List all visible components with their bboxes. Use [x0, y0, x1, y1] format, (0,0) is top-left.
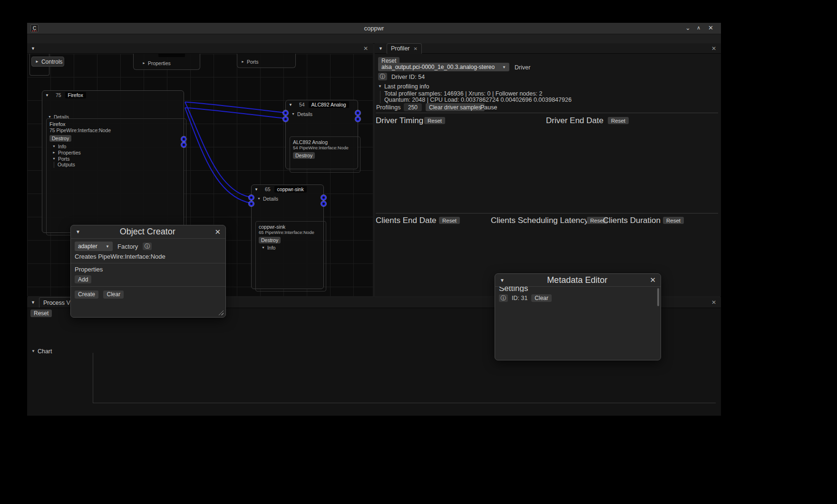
driver-select[interactable]: alsa_output.pci-0000_1e_00.3.analog-ster…	[378, 63, 509, 71]
fragment-properties-label[interactable]: Properties	[148, 60, 171, 66]
clients-end-date-reset-button[interactable]: Reset	[439, 217, 460, 224]
collapse-icon[interactable]: ▼	[45, 93, 49, 97]
metadata-clear-all-button[interactable]: Clear	[531, 294, 552, 302]
node-coppwr-sink-header[interactable]: ▼ 65 coppwr-sink	[252, 185, 323, 194]
driver-id-label: Driver ID: 54	[391, 74, 425, 80]
collapse-icon[interactable]: ▼	[48, 115, 51, 118]
destroy-button[interactable]: Destroy	[293, 152, 315, 159]
tab-label: Profiler	[391, 45, 410, 52]
driver-timing-chart[interactable]	[402, 127, 542, 204]
object-creator-titlebar[interactable]: ▼ Object Creator ✕	[71, 225, 225, 239]
driver-timing-reset-button[interactable]: Reset	[424, 117, 445, 124]
node-detail-title: ALC892 Analog	[293, 139, 357, 145]
collapse-icon[interactable]: ▼	[500, 278, 505, 283]
resize-grip[interactable]	[218, 310, 224, 315]
process-viewer-reset-button[interactable]: Reset	[30, 310, 52, 317]
clear-driver-samples-button[interactable]: Clear driver samples	[426, 103, 485, 111]
node-id: 75	[56, 92, 61, 98]
chart-section-toggle[interactable]: ▼ Chart	[31, 348, 52, 355]
arrow-right-icon[interactable]: ►	[142, 61, 146, 65]
info-icon[interactable]: ⓘ	[378, 73, 387, 80]
profiler-panel-close-icon[interactable]: ✕	[711, 45, 716, 52]
details-label[interactable]: Details	[263, 196, 278, 202]
node-title: Firefox	[65, 92, 86, 98]
fragment-ports-label[interactable]: Ports	[247, 59, 259, 65]
ports-label[interactable]: Ports	[58, 156, 70, 162]
window-maximize-icon[interactable]: ∧	[697, 25, 701, 31]
destroy-button[interactable]: Destroy	[259, 237, 281, 243]
info-icon[interactable]: ⓘ	[143, 242, 152, 250]
collapse-icon[interactable]: ▼	[254, 187, 258, 192]
node-fragment-chip	[158, 54, 185, 57]
process-viewer-panel-close-icon[interactable]: ✕	[711, 299, 716, 306]
graph-panel-collapse-icon[interactable]: ▼	[27, 46, 39, 51]
node-coppwr-sink[interactable]: ▼ 65 coppwr-sink ▼Details coppwr-sink 65…	[251, 184, 324, 289]
properties-label[interactable]: Properties	[58, 150, 81, 155]
collapse-icon[interactable]: ▼	[52, 157, 56, 160]
clients-end-date-chart[interactable]	[395, 227, 479, 288]
creator-clear-button[interactable]: Clear	[103, 291, 124, 299]
factory-label: Factory	[117, 243, 138, 250]
object-creator-dialog[interactable]: ▼ Object Creator ✕ adapter▼ Factory ⓘ Cr…	[70, 225, 226, 318]
driver-end-date-chart[interactable]	[568, 127, 716, 204]
node-detail-iface: 75 PipeWire:Interface:Node	[49, 127, 183, 134]
clients-duration-reset-button[interactable]: Reset	[663, 217, 684, 224]
last-profiling-info-toggle[interactable]: ▼ Last profiling info	[378, 83, 429, 90]
window-title: coppwr	[27, 25, 721, 32]
profiler-panel-collapse-icon[interactable]: ▼	[375, 46, 387, 51]
port-connector[interactable]	[283, 110, 288, 116]
arrow-right-icon: ►	[35, 59, 39, 64]
metadata-editor-title: Metadata Editor	[505, 275, 650, 285]
node-alc892[interactable]: ▼ 54 ALC892 Analog ▼Details ALC892 Analo…	[285, 100, 358, 169]
tab-profiler[interactable]: Profiler✕	[387, 43, 422, 54]
pause-button[interactable]: Pause	[480, 104, 497, 111]
driver-select-value: alsa_output.pci-0000_1e_00.3.analog-ster…	[381, 64, 495, 70]
collapse-icon[interactable]: ▼	[292, 112, 295, 116]
collapse-icon[interactable]: ▼	[52, 145, 56, 148]
node-alc892-header[interactable]: ▼ 54 ALC892 Analog	[286, 100, 358, 109]
port-connector[interactable]	[355, 116, 360, 122]
last-profiling-info-label: Last profiling info	[384, 83, 429, 90]
controls-toggle[interactable]: ► Controls	[31, 57, 64, 67]
add-property-button[interactable]: Add	[75, 275, 91, 283]
separator	[71, 263, 225, 263]
collapse-icon[interactable]: ▼	[257, 197, 261, 200]
tab-close-icon[interactable]: ✕	[414, 46, 418, 51]
graph-panel-close-icon[interactable]: ✕	[363, 45, 368, 52]
collapse-icon[interactable]: ▼	[76, 229, 80, 234]
node-detail-title: coppwr-sink	[259, 224, 323, 230]
create-button[interactable]: Create	[75, 291, 98, 299]
node-firefox-details: Firefox 75 PipeWire:Interface:Node Destr…	[46, 118, 186, 235]
properties-label: Properties	[75, 266, 222, 273]
arrow-right-icon[interactable]: ►	[241, 60, 244, 63]
collapse-icon[interactable]: ▼	[289, 103, 292, 107]
profiler-stats-line1: Total profiler samples: 146936 | Xruns: …	[384, 90, 542, 97]
process-viewer-collapse-icon[interactable]: ▼	[27, 300, 39, 305]
collapse-icon[interactable]: ▼	[262, 246, 265, 249]
metadata-editor-titlebar[interactable]: ▼ Metadata Editor ✕	[495, 274, 661, 287]
separator	[376, 113, 718, 113]
window-close-icon[interactable]: ✕	[708, 24, 713, 31]
destroy-button[interactable]: Destroy	[49, 135, 71, 142]
port-connector[interactable]	[321, 201, 326, 206]
info-label[interactable]: Info	[267, 245, 276, 251]
port-connector[interactable]	[283, 116, 288, 122]
port-connector[interactable]	[355, 110, 360, 116]
profilings-value-input[interactable]: 250	[404, 103, 422, 111]
arrow-right-icon[interactable]: ►	[52, 151, 56, 154]
object-creator-close-icon[interactable]: ✕	[214, 228, 221, 236]
window-collapse-icon[interactable]: ⌄	[685, 24, 691, 31]
port-connector[interactable]	[321, 195, 326, 200]
metadata-editor-dialog[interactable]: ▼ Metadata Editor ✕ Settings ⓘ ID: 31 Cl…	[495, 273, 661, 360]
factory-select[interactable]: adapter▼	[75, 242, 113, 251]
node-firefox-header[interactable]: ▼ 75 Firefox	[42, 91, 184, 99]
scrollbar-thumb[interactable]	[657, 288, 659, 306]
info-icon[interactable]: ⓘ	[499, 294, 508, 302]
port-connector[interactable]	[249, 201, 254, 206]
node-firefox[interactable]: ▼ 75 Firefox ▼Details Firefox 75 PipeWir…	[42, 90, 184, 233]
port-connector[interactable]	[249, 195, 254, 200]
info-label[interactable]: Info	[58, 144, 67, 149]
details-label[interactable]: Details	[297, 111, 312, 117]
driver-end-date-reset-button[interactable]: Reset	[608, 117, 629, 124]
metadata-editor-close-icon[interactable]: ✕	[650, 276, 656, 284]
